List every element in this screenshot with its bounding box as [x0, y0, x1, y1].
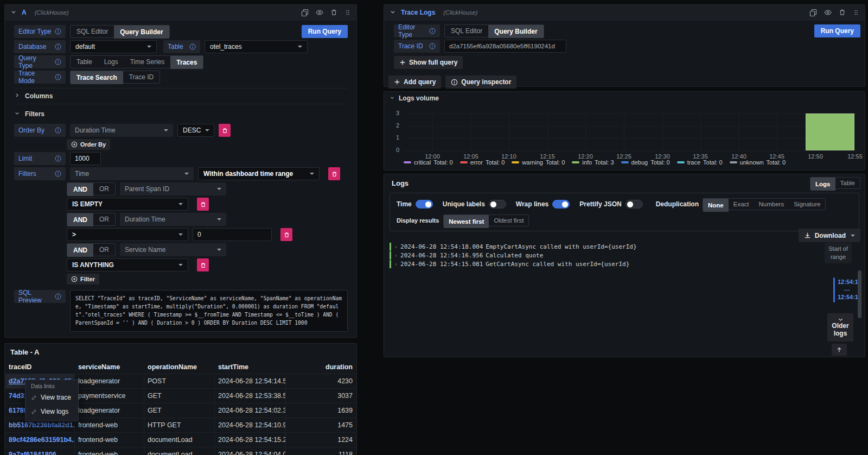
filters-section-header[interactable]: Filters	[14, 106, 348, 122]
and-option[interactable]: AND	[67, 213, 93, 226]
eye-icon[interactable]	[824, 9, 832, 16]
expand-chevron-icon[interactable]: ›	[394, 261, 398, 267]
columns-section-header[interactable]: Columns	[14, 88, 348, 104]
add-order-by-button[interactable]: Order By	[67, 139, 110, 150]
scroll-to-top-button[interactable]	[832, 344, 847, 356]
copy-icon[interactable]	[809, 9, 817, 16]
query-type-logs[interactable]: Logs	[98, 56, 124, 68]
collapse-chevron-icon[interactable]	[10, 8, 17, 17]
older-logs-button[interactable]: Older logs	[827, 313, 853, 342]
remove-condition1-button[interactable]	[197, 198, 209, 211]
legend-critical[interactable]: criticalTotal: 0	[404, 159, 453, 166]
dedup-exact-option[interactable]: Exact	[729, 199, 754, 210]
order-by-direction-select[interactable]: DESC	[177, 124, 214, 137]
view-table-option[interactable]: Table	[835, 178, 860, 188]
trace-id-input[interactable]: d2a7155ef6a928a05680e5ff6190241d	[444, 40, 566, 53]
order-by-field-select[interactable]: Duration Time	[70, 124, 173, 137]
log-line[interactable]: ›2024-06-28 12:54:16.956Calculated quote	[390, 251, 794, 260]
legend-warning[interactable]: warningTotal: 0	[512, 159, 565, 166]
query-builder-option[interactable]: Query Builder	[488, 25, 543, 38]
drag-handle-icon[interactable]	[344, 9, 351, 16]
or-option[interactable]: OR	[93, 213, 115, 225]
database-select[interactable]: default	[70, 40, 157, 53]
condition2-operator-row: > 0	[67, 228, 348, 241]
query-inspector-button[interactable]: Query inspector	[445, 75, 516, 89]
limit-input[interactable]: 1000	[70, 152, 101, 165]
trace-link[interactable]: 89cf4286e631591b4...	[5, 432, 75, 447]
legend-unknown[interactable]: unknownTotal: 0	[730, 159, 786, 166]
legend-error[interactable]: errorTotal: 0	[460, 159, 505, 166]
wrap-lines-toggle[interactable]	[552, 200, 570, 208]
legend-debug[interactable]: debugTotal: 0	[621, 159, 670, 166]
view-logs-option[interactable]: Logs	[810, 178, 835, 191]
sql-preview-row: SQL Preview SELECT "TraceId" as traceID,…	[14, 290, 348, 332]
trace-link[interactable]: 9a7af61841806...	[5, 447, 75, 455]
remove-condition2-button[interactable]	[280, 228, 292, 241]
query-type-traces[interactable]: Traces	[170, 56, 203, 69]
legend-trace[interactable]: traceTotal: 0	[677, 159, 723, 166]
condition1-field-select[interactable]: Parent Span ID	[120, 182, 226, 195]
download-button[interactable]: Download	[799, 229, 860, 242]
collapse-chevron-icon[interactable]	[390, 8, 396, 17]
gridline	[404, 113, 859, 114]
or-option[interactable]: OR	[93, 183, 115, 195]
column-header-duration[interactable]: duration	[286, 361, 356, 374]
query-type-table[interactable]: Table	[71, 56, 98, 68]
filter-time-operator-select[interactable]: Within dashboard time range	[198, 167, 320, 180]
condition2-field-select[interactable]: Duration Time	[120, 213, 226, 226]
unique-labels-toggle[interactable]	[489, 200, 506, 208]
table-select[interactable]: otel_traces	[205, 40, 308, 53]
trace-id-option[interactable]: Trace ID	[123, 71, 160, 83]
trash-icon[interactable]	[839, 9, 846, 16]
column-header-starttime[interactable]: startTime	[215, 361, 286, 374]
add-filter-button[interactable]: Filter	[67, 274, 99, 285]
query-type-timeseries[interactable]: Time Series	[124, 56, 171, 68]
add-query-button[interactable]: Add query	[388, 75, 441, 89]
dedup-numbers-option[interactable]: Numbers	[754, 199, 789, 210]
scrollbar-thumb[interactable]	[858, 270, 861, 318]
log-line[interactable]: ›2024-06-28 12:54:18.004EmptyCartAsync c…	[390, 243, 794, 251]
column-header-operationname[interactable]: operationName	[144, 361, 215, 374]
prettify-json-toggle[interactable]	[626, 200, 643, 208]
sql-editor-option[interactable]: SQL Editor	[445, 25, 488, 37]
and-option[interactable]: AND	[67, 183, 93, 196]
query-builder-option[interactable]: Query Builder	[114, 26, 169, 39]
show-full-query-button[interactable]: Show full query	[394, 56, 463, 69]
condition3-operator-select[interactable]: IS ANYTHING	[67, 258, 188, 271]
condition1-operator-select[interactable]: IS EMPTY	[67, 198, 188, 211]
condition2-value-input[interactable]: 0	[193, 228, 272, 241]
expand-chevron-icon[interactable]: ›	[394, 244, 398, 250]
eye-icon[interactable]	[316, 9, 323, 16]
remove-order-by-button[interactable]	[219, 124, 231, 137]
filter-time-field-select[interactable]: Time	[70, 167, 194, 180]
drag-handle-icon[interactable]	[853, 9, 859, 16]
time-toggle[interactable]	[416, 200, 433, 208]
condition3-field-select[interactable]: Service Name	[120, 243, 226, 256]
column-header-traceid[interactable]: traceID	[5, 361, 75, 374]
logs-volume-header[interactable]: Logs volume	[384, 92, 865, 105]
condition2-operator-select[interactable]: >	[67, 228, 188, 241]
and-option[interactable]: AND	[67, 244, 93, 257]
remove-condition3-button[interactable]	[197, 258, 209, 271]
log-line[interactable]: ›2024-06-28 12:54:15.081GetCartAsync cal…	[390, 260, 794, 268]
oldest-first-option[interactable]: Oldest first	[489, 215, 528, 226]
logs-volume-chart[interactable]: 12:00 12:05 12:10 12:15 12:20 12:25 12:3…	[404, 113, 859, 150]
copy-icon[interactable]	[301, 9, 309, 16]
run-query-button[interactable]: Run Query	[814, 24, 860, 37]
sql-editor-option[interactable]: SQL Editor	[71, 26, 114, 37]
view-trace-menu-item[interactable]: View trace	[25, 390, 78, 405]
info-logs-bar[interactable]	[806, 113, 854, 150]
legend-info[interactable]: infoTotal: 3	[572, 159, 614, 166]
remove-time-filter-button[interactable]	[328, 167, 340, 180]
panel-header: Trace Logs (ClickHouse)	[384, 5, 865, 20]
column-header-servicename[interactable]: serviceName	[75, 361, 144, 374]
dedup-none-option[interactable]: None	[703, 199, 729, 212]
newest-first-option[interactable]: Newest first	[444, 215, 489, 228]
trash-icon[interactable]	[330, 9, 337, 16]
trace-search-option[interactable]: Trace Search	[71, 71, 123, 84]
expand-chevron-icon[interactable]: ›	[394, 252, 398, 258]
view-logs-menu-item[interactable]: View logs	[25, 405, 78, 419]
dedup-signature-option[interactable]: Signature	[789, 199, 825, 210]
or-option[interactable]: OR	[93, 244, 115, 256]
run-query-button[interactable]: Run Query	[302, 25, 348, 38]
